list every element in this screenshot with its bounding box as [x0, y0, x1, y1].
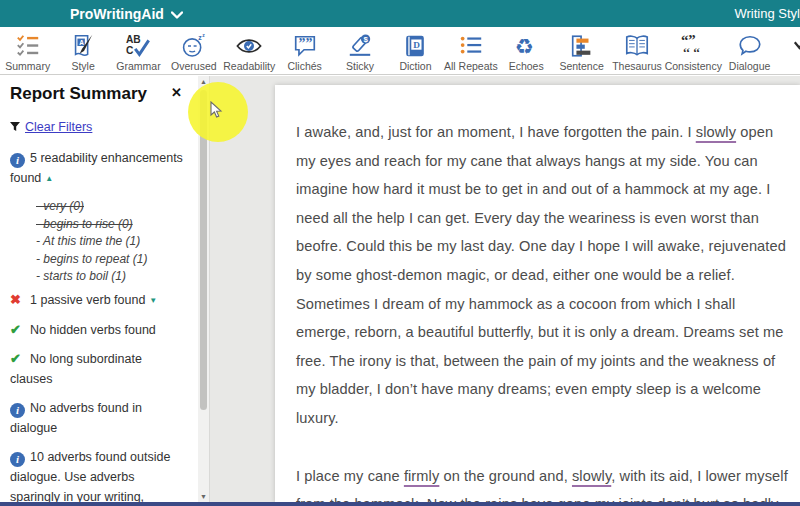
document-paragraph: I awake, and, just for an moment, I have…: [296, 118, 788, 433]
readability-icon: [236, 32, 262, 59]
finding-subitem[interactable]: - starts to boil (1): [36, 268, 184, 286]
svg-text:z: z: [202, 33, 205, 38]
document-paragraph: I place my cane firmly on the ground and…: [296, 462, 788, 503]
report-finding-item[interactable]: ✔No hidden verbs found: [10, 320, 184, 340]
toolbar-item-consistency[interactable]: “”‘‘ ‘‘Consistency: [665, 27, 722, 74]
finding-subitem[interactable]: - very (0): [36, 198, 184, 216]
svg-text:♻: ♻: [515, 35, 534, 59]
toolbar-item-overused[interactable]: zzOverused: [166, 27, 221, 74]
finding-text: No long subordinate clauses: [10, 352, 142, 386]
finding-subitem[interactable]: - begins to rise (0): [36, 216, 184, 234]
finding-text: No hidden verbs found: [30, 323, 156, 337]
finding-text: 1 passive verb found: [30, 293, 145, 307]
toolbar-item-clich-s[interactable]: ””Clichés: [277, 27, 332, 74]
toolbar-item-thesaurus[interactable]: Thesaurus: [609, 27, 664, 74]
finding-text: 10 adverbs found outside dialogue. Use a…: [10, 450, 170, 503]
overused-icon: zz: [181, 32, 207, 59]
writing-style-label[interactable]: Writing Styl: [735, 6, 800, 21]
toolbar-item-sticky[interactable]: $Sticky: [332, 27, 387, 74]
cliches-icon: ””: [292, 32, 318, 59]
summary-checklist-icon: [15, 32, 41, 59]
scroll-down-icon[interactable]: ▼: [200, 493, 207, 500]
report-finding-item[interactable]: i10 adverbs found outside dialogue. Use …: [10, 447, 184, 503]
toolbar-item-echoes[interactable]: ♻Echoes: [499, 27, 554, 74]
scroll-up-icon[interactable]: ▲: [200, 78, 207, 85]
toolbar-item-sentence[interactable]: Sentence: [554, 27, 609, 74]
toolbar-item-p[interactable]: P: [777, 27, 800, 74]
bottom-accent-bar: [0, 502, 800, 506]
panel-title: Report Summary: [10, 84, 147, 104]
clear-filters-label[interactable]: Clear Filters: [25, 120, 92, 134]
style-icon: A: [70, 32, 96, 59]
dialogue-icon: [737, 32, 763, 59]
toolbar-item-all-repeats[interactable]: All Repeats: [443, 27, 498, 74]
toolbar-item-label: Diction: [399, 60, 431, 72]
toolbar-item-label: Overused: [171, 60, 217, 72]
paragraph-text: open my eyes and reach for my cane that …: [296, 124, 786, 426]
thesaurus-icon: [624, 32, 650, 59]
finding-subitem[interactable]: - At this time the (1): [36, 233, 184, 251]
finding-text: No adverbs found in dialogue: [10, 401, 142, 435]
app-menu[interactable]: ProWritingAid: [70, 6, 183, 22]
svg-text:AB: AB: [126, 34, 141, 45]
svg-text:$: $: [364, 34, 369, 43]
paragraph-text: I place my cane: [296, 468, 404, 484]
report-finding-item[interactable]: i5 readability enhancements found▲: [10, 148, 184, 189]
sidebar-scrollbar[interactable]: ▲ ▼: [198, 76, 209, 502]
finding-subitem[interactable]: - begins to repeat (1): [36, 251, 184, 269]
document-page[interactable]: I awake, and, just for an moment, I have…: [275, 85, 800, 503]
paragraph-text: I awake, and, just for an moment, I have…: [296, 124, 696, 140]
scrollbar-thumb[interactable]: [200, 90, 207, 410]
report-findings-list: i5 readability enhancements found▲- very…: [10, 148, 184, 502]
highlighted-word[interactable]: firmly: [404, 468, 439, 484]
editor-background: I awake, and, just for an moment, I have…: [211, 76, 800, 502]
chevron-down-icon: [171, 6, 183, 22]
finding-sublist: - very (0)- begins to rise (0)- At this …: [10, 198, 184, 286]
toolbar-item-label: Summary: [5, 60, 50, 72]
toolbar-item-label: Clichés: [287, 60, 321, 72]
toolbar-item-label: Sentence: [559, 60, 603, 72]
svg-text:‘‘ ‘‘: ‘‘ ‘‘: [683, 46, 700, 59]
collapse-arrow-icon[interactable]: ▲: [45, 174, 53, 183]
check-icon: ✔: [10, 322, 21, 337]
toolbar-item-label: Style: [71, 60, 94, 72]
check-icon: ✔: [10, 351, 21, 366]
consistency-icon: “”‘‘ ‘‘: [680, 32, 706, 59]
report-finding-item[interactable]: ✖1 passive verb found▼: [10, 290, 184, 311]
toolbar-item-summary[interactable]: Summary: [0, 27, 55, 74]
report-summary-panel: Report Summary ✕ Clear Filters i5 readab…: [0, 76, 210, 502]
info-icon: i: [10, 403, 25, 418]
svg-text:””: ””: [298, 36, 312, 51]
toolbar-item-label: Readability: [223, 60, 275, 72]
close-icon[interactable]: ✕: [171, 86, 182, 99]
highlighted-word[interactable]: slowly: [572, 468, 611, 484]
svg-text:D: D: [414, 40, 421, 50]
pacing-icon: [792, 32, 800, 59]
highlighted-word[interactable]: slowly: [696, 124, 736, 140]
toolbar-item-label: Thesaurus: [612, 60, 662, 72]
toolbar-item-dialogue[interactable]: Dialogue: [722, 27, 777, 74]
svg-text:C: C: [126, 45, 134, 56]
toolbar-item-readability[interactable]: Readability: [222, 27, 277, 74]
toolbar-item-label: Grammar: [116, 60, 160, 72]
app-title: ProWritingAid: [70, 6, 164, 22]
svg-text:A: A: [79, 38, 84, 45]
toolbar-item-diction[interactable]: DDiction: [388, 27, 443, 74]
toolbar-item-label: Consistency: [665, 60, 722, 72]
filter-funnel-icon: [10, 118, 20, 136]
toolbar-item-grammar[interactable]: ABCGrammar: [111, 27, 166, 74]
diction-icon: D: [402, 32, 428, 59]
all-repeats-icon: [458, 32, 484, 59]
finding-text: 5 readability enhancements found: [10, 151, 183, 185]
expand-arrow-icon[interactable]: ▼: [149, 296, 157, 305]
echoes-icon: ♻: [513, 32, 539, 59]
toolbar-item-label: Sticky: [346, 60, 374, 72]
toolbar-item-style[interactable]: AStyle: [55, 27, 110, 74]
report-finding-item[interactable]: ✔No long subordinate clauses: [10, 349, 184, 389]
content-area: Report Summary ✕ Clear Filters i5 readab…: [0, 76, 800, 502]
clear-filters-link[interactable]: Clear Filters: [10, 118, 184, 136]
report-finding-item[interactable]: iNo adverbs found in dialogue: [10, 398, 184, 438]
paragraph-text: on the ground and,: [439, 468, 572, 484]
top-bar: ProWritingAid Writing Styl: [0, 0, 800, 27]
prowritingaid-app: ProWritingAid Writing Styl SummaryAStyle…: [0, 0, 800, 506]
